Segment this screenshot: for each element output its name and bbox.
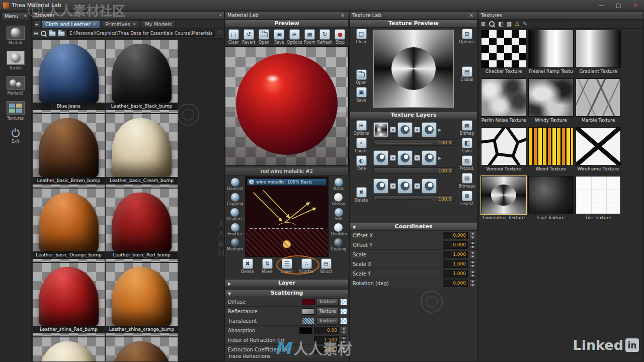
glossy-button[interactable]: Glossy bbox=[332, 193, 345, 206]
close-tab-icon[interactable]: ✕ bbox=[93, 22, 97, 27]
scattering-section-header[interactable]: ▼ Scattering bbox=[225, 289, 349, 297]
material-item-shine-orange[interactable]: Leather_shine_orange_bump bbox=[106, 263, 178, 336]
bitmaps-button[interactable]: ▤Bitmaps bbox=[459, 173, 474, 189]
texture-item-tile[interactable]: Tile Texture bbox=[576, 176, 621, 220]
delete-layer-button[interactable]: ✖Delete bbox=[240, 258, 255, 274]
material-item-shine-red[interactable]: Leather_shine_Red_bump bbox=[33, 263, 105, 336]
ior-value[interactable]: 1.500 bbox=[314, 336, 339, 344]
texture-map-icon[interactable] bbox=[340, 299, 347, 305]
absorption-value[interactable]: 0.00 bbox=[314, 327, 339, 334]
sss-button[interactable]: SSS bbox=[335, 208, 343, 221]
texture-item-concentric[interactable]: Concentric Texture bbox=[481, 176, 526, 220]
close-panel-icon[interactable]: ✕ bbox=[339, 13, 346, 18]
revert-button[interactable]: ↺Revert bbox=[242, 29, 256, 45]
material-item-orange[interactable]: Leather_basic_Orange_bump bbox=[33, 189, 105, 262]
palette-icon[interactable]: ◧ bbox=[498, 21, 503, 27]
material-item-partial[interactable] bbox=[33, 337, 105, 362]
spinner[interactable]: ▲▼ bbox=[469, 241, 476, 249]
texture-item-checker[interactable]: Checker Texture bbox=[481, 30, 526, 74]
layers-options-button[interactable]: ⊞Options bbox=[354, 120, 369, 136]
texture-node[interactable] bbox=[397, 150, 413, 165]
procedural-button[interactable]: ▨Proced. bbox=[459, 155, 474, 171]
spinner[interactable]: ▲▼ bbox=[469, 251, 476, 258]
offset-y-value[interactable]: 0.000 bbox=[443, 241, 468, 249]
clear-button[interactable]: □Clear bbox=[226, 29, 240, 45]
layer-section-header[interactable]: ▶ Layer bbox=[225, 279, 349, 287]
level2-button[interactable]: ≣Level2 bbox=[459, 191, 474, 206]
table-icon[interactable]: ▦ bbox=[507, 21, 512, 27]
texture-global-button[interactable]: ▤Global bbox=[459, 66, 474, 82]
room-button[interactable]: ▦Room bbox=[302, 29, 316, 45]
coordinates-section-header[interactable]: ▼ Coordinates bbox=[350, 223, 477, 231]
active-layer-bar[interactable]: i wine metallic: 100% Basic bbox=[247, 178, 327, 186]
extinction-value[interactable]: 2.000 bbox=[314, 346, 339, 353]
sidebar-item-matlab2[interactable]: Matlab2 bbox=[0, 76, 31, 96]
spinner[interactable]: ▲▼ bbox=[469, 232, 476, 239]
layers-coord-button[interactable]: ⌖Coord. bbox=[354, 138, 369, 153]
texture-clear-button[interactable]: □Clear bbox=[354, 29, 369, 44]
emitter-button[interactable]: Emitter bbox=[227, 223, 243, 236]
displace-button[interactable]: Displace bbox=[226, 208, 244, 221]
material-item-blue-jeans[interactable]: Blue Jeans bbox=[33, 40, 105, 113]
tab-cloth-and-leather[interactable]: Cloth and Leather ✕ bbox=[41, 20, 100, 28]
texture-node[interactable] bbox=[397, 122, 413, 137]
scale-value[interactable]: 1.000 bbox=[443, 251, 468, 258]
sidebar-item-exit[interactable]: Exit bbox=[0, 126, 31, 144]
texture-node[interactable] bbox=[373, 150, 388, 165]
folder-up-icon[interactable] bbox=[58, 31, 65, 36]
stop-button[interactable]: ●Stop bbox=[333, 29, 347, 45]
multiply-icon[interactable]: × bbox=[414, 183, 420, 189]
grid-icon[interactable]: ⊞ bbox=[34, 31, 38, 36]
texture-button[interactable]: Texture bbox=[316, 298, 339, 306]
layer-diagram-canvas[interactable]: i wine metallic: 100% Basic bbox=[245, 176, 329, 257]
multiply-icon[interactable]: × bbox=[390, 183, 396, 189]
maximize-icon[interactable]: ▢ bbox=[610, 0, 627, 11]
spinner[interactable]: ▲▼ bbox=[469, 280, 476, 287]
spinner[interactable]: ▲▼ bbox=[469, 260, 476, 268]
texture-item-marble[interactable]: Marble Texture bbox=[576, 78, 621, 123]
texture-item-windy[interactable]: Windy Texture bbox=[528, 78, 574, 123]
spinner[interactable]: ▲▼ bbox=[341, 336, 347, 344]
texture-item-perlin-noise[interactable]: Perlin Noise Texture bbox=[481, 78, 526, 123]
medium-button[interactable]: Medium bbox=[227, 238, 243, 251]
material-item-black[interactable]: Leather_basic_Black_bump bbox=[106, 40, 178, 113]
spinner[interactable]: ▲▼ bbox=[341, 346, 347, 353]
expand-icon[interactable]: ▶ bbox=[438, 156, 441, 160]
texture-item-curl[interactable]: Curl Texture bbox=[528, 176, 574, 220]
close-panel-icon[interactable]: ✕ bbox=[468, 13, 475, 18]
material-item-partial[interactable] bbox=[106, 337, 178, 362]
brush-icon[interactable]: ✎ bbox=[523, 21, 527, 27]
spinner[interactable]: ▲▼ bbox=[469, 270, 476, 278]
texture-node[interactable] bbox=[397, 178, 413, 194]
expand-icon[interactable]: ▶ bbox=[438, 128, 441, 132]
clipping-button[interactable]: Clipping bbox=[227, 193, 244, 206]
color-swatch[interactable] bbox=[299, 327, 312, 334]
open-button[interactable]: Open bbox=[257, 29, 271, 45]
texture-item-wood[interactable]: Wood Texture bbox=[528, 127, 574, 171]
scale-y-value[interactable]: 1.000 bbox=[443, 270, 468, 278]
texture-button[interactable]: Texture bbox=[316, 308, 339, 315]
layer-weight-slider[interactable]: 100.0 bbox=[373, 139, 454, 146]
texture-node-concentric[interactable] bbox=[373, 122, 388, 137]
search-icon[interactable] bbox=[40, 30, 47, 37]
texture-options-button[interactable]: ⊞Options bbox=[459, 29, 474, 44]
refresh-button[interactable]: ↻Refresh bbox=[318, 29, 332, 45]
close-icon[interactable]: ✕ bbox=[627, 0, 644, 11]
multiply-icon[interactable]: × bbox=[414, 127, 420, 133]
open-folder-icon[interactable] bbox=[49, 31, 56, 36]
sidebar-item-matlab[interactable]: Matlab bbox=[0, 26, 31, 45]
sidebar-item-textures[interactable]: Textures bbox=[0, 101, 31, 121]
layers-delete-button[interactable]: ✖Delete bbox=[354, 187, 369, 203]
grid-close-icon[interactable]: ⊠ bbox=[481, 21, 486, 27]
texture-button[interactable]: Texture bbox=[316, 317, 339, 325]
layers-tone-button[interactable]: ◐Tone bbox=[354, 155, 369, 171]
minimize-icon[interactable]: — bbox=[593, 0, 610, 11]
move-layer-button[interactable]: ⇅Move bbox=[260, 258, 275, 274]
texture-map-icon[interactable] bbox=[340, 318, 347, 324]
menu-button[interactable]: Menu ▾ bbox=[2, 12, 29, 20]
scale-x-value[interactable]: 1.000 bbox=[443, 260, 468, 268]
struct-button[interactable]: ⊟Struct bbox=[318, 258, 334, 274]
texture-node[interactable] bbox=[422, 178, 437, 194]
texture-item-fresnel-ramp[interactable]: Fresnel Ramp Textu bbox=[528, 30, 574, 74]
tab-my-models[interactable]: My Models bbox=[141, 20, 176, 28]
